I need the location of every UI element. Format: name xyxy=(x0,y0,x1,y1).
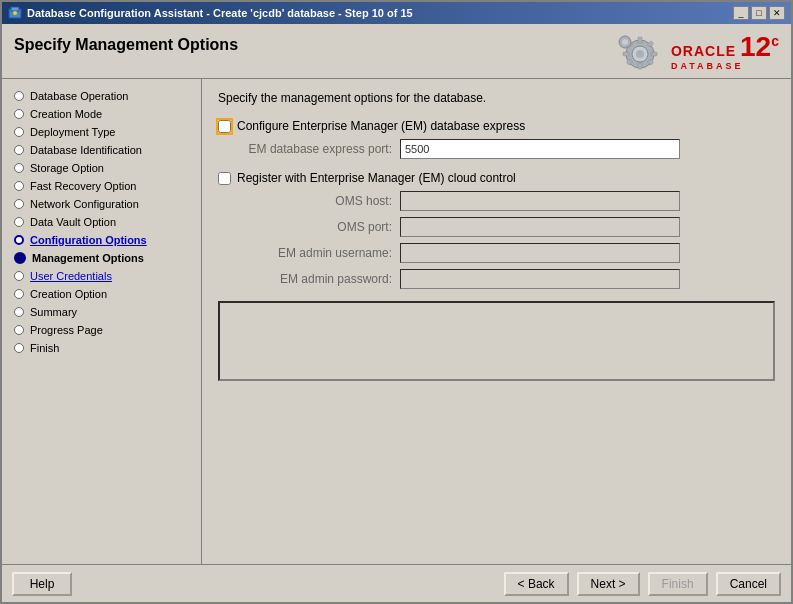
svg-rect-6 xyxy=(638,37,642,43)
oms-port-row: OMS port: xyxy=(218,217,775,237)
main-content: Database Operation Creation Mode Deploym… xyxy=(2,79,791,564)
em-admin-user-label: EM admin username: xyxy=(240,246,400,260)
em-express-port-input[interactable] xyxy=(400,139,680,159)
help-button[interactable]: Help xyxy=(12,572,72,596)
em-cloud-checkbox[interactable] xyxy=(218,172,231,185)
em-express-label[interactable]: Configure Enterprise Manager (EM) databa… xyxy=(237,119,525,133)
oms-host-label: OMS host: xyxy=(240,194,400,208)
em-cloud-label[interactable]: Register with Enterprise Manager (EM) cl… xyxy=(237,171,516,185)
em-cloud-section: Register with Enterprise Manager (EM) cl… xyxy=(218,171,775,289)
em-admin-user-row: EM admin username: xyxy=(218,243,775,263)
sidebar-item-deployment-type[interactable]: Deployment Type xyxy=(2,123,201,141)
sidebar-dot xyxy=(14,199,24,209)
title-bar: Database Configuration Assistant - Creat… xyxy=(2,2,791,24)
sidebar-item-creation-mode[interactable]: Creation Mode xyxy=(2,105,201,123)
svg-point-15 xyxy=(622,39,628,45)
oms-host-row: OMS host: xyxy=(218,191,775,211)
oms-port-input[interactable] xyxy=(400,217,680,237)
sidebar-dot xyxy=(14,235,24,245)
sidebar-item-finish[interactable]: Finish xyxy=(2,339,201,357)
em-admin-user-input[interactable] xyxy=(400,243,680,263)
svg-rect-1 xyxy=(11,7,19,11)
sidebar-dot xyxy=(14,217,24,227)
oracle-brand-text: ORACLE xyxy=(671,43,736,59)
oms-host-input[interactable] xyxy=(400,191,680,211)
sidebar-dot xyxy=(14,127,24,137)
content-description: Specify the management options for the d… xyxy=(218,91,775,105)
em-admin-pass-row: EM admin password: xyxy=(218,269,775,289)
sidebar-item-user-credentials[interactable]: User Credentials xyxy=(2,267,201,285)
sidebar-dot xyxy=(14,289,24,299)
sidebar-item-configuration-options[interactable]: Configuration Options xyxy=(2,231,201,249)
navigation-buttons: < Back Next > Finish Cancel xyxy=(500,572,781,596)
sidebar-dot xyxy=(14,343,24,353)
svg-rect-7 xyxy=(638,63,642,69)
sidebar-dot xyxy=(14,91,24,101)
app-icon xyxy=(8,6,22,20)
page-title: Specify Management Options xyxy=(14,32,238,54)
sidebar-item-database-identification[interactable]: Database Identification xyxy=(2,141,201,159)
minimize-button[interactable]: _ xyxy=(733,6,749,20)
em-admin-pass-label: EM admin password: xyxy=(240,272,400,286)
sidebar: Database Operation Creation Mode Deploym… xyxy=(2,79,202,564)
window-controls: _ □ ✕ xyxy=(733,6,785,20)
sidebar-item-creation-option[interactable]: Creation Option xyxy=(2,285,201,303)
sidebar-item-data-vault-option[interactable]: Data Vault Option xyxy=(2,213,201,231)
em-express-checkbox-row: Configure Enterprise Manager (EM) databa… xyxy=(218,119,775,133)
em-express-port-row: EM database express port: xyxy=(218,139,775,159)
database-brand-text: DATABASE xyxy=(671,61,744,71)
oracle-logo: ORACLE 12c DATABASE xyxy=(615,32,779,72)
oms-port-label: OMS port: xyxy=(240,220,400,234)
sidebar-item-network-configuration[interactable]: Network Configuration xyxy=(2,195,201,213)
finish-button[interactable]: Finish xyxy=(648,572,708,596)
sidebar-dot xyxy=(14,271,24,281)
em-cloud-checkbox-row: Register with Enterprise Manager (EM) cl… xyxy=(218,171,775,185)
header: Specify Management Options xyxy=(2,24,791,79)
main-window: Database Configuration Assistant - Creat… xyxy=(0,0,793,604)
sidebar-item-storage-option[interactable]: Storage Option xyxy=(2,159,201,177)
window-title: Database Configuration Assistant - Creat… xyxy=(27,7,733,19)
sidebar-dot xyxy=(14,163,24,173)
svg-rect-8 xyxy=(623,52,629,56)
sidebar-dot xyxy=(14,145,24,155)
sidebar-dot xyxy=(14,307,24,317)
svg-point-2 xyxy=(13,11,17,15)
svg-rect-9 xyxy=(651,52,657,56)
em-admin-pass-input[interactable] xyxy=(400,269,680,289)
cancel-button[interactable]: Cancel xyxy=(716,572,781,596)
back-button[interactable]: < Back xyxy=(504,572,569,596)
content-area: Specify the management options for the d… xyxy=(202,79,791,564)
sidebar-dot xyxy=(14,325,24,335)
bottom-bar: Help < Back Next > Finish Cancel xyxy=(2,564,791,602)
sidebar-item-management-options[interactable]: Management Options xyxy=(2,249,201,267)
sidebar-item-database-operation[interactable]: Database Operation xyxy=(2,87,201,105)
em-express-section: Configure Enterprise Manager (EM) databa… xyxy=(218,119,775,159)
version-number: 12c xyxy=(740,33,779,61)
sidebar-dot xyxy=(14,252,26,264)
next-button[interactable]: Next > xyxy=(577,572,640,596)
svg-point-5 xyxy=(636,50,644,58)
sidebar-dot xyxy=(14,109,24,119)
info-text-area xyxy=(218,301,775,381)
sidebar-item-summary[interactable]: Summary xyxy=(2,303,201,321)
sidebar-item-progress-page[interactable]: Progress Page xyxy=(2,321,201,339)
sidebar-item-fast-recovery-option[interactable]: Fast Recovery Option xyxy=(2,177,201,195)
em-express-checkbox[interactable] xyxy=(218,120,231,133)
close-button[interactable]: ✕ xyxy=(769,6,785,20)
maximize-button[interactable]: □ xyxy=(751,6,767,20)
em-express-port-label: EM database express port: xyxy=(240,142,400,156)
oracle-gear-icon xyxy=(615,32,665,72)
sidebar-dot xyxy=(14,181,24,191)
